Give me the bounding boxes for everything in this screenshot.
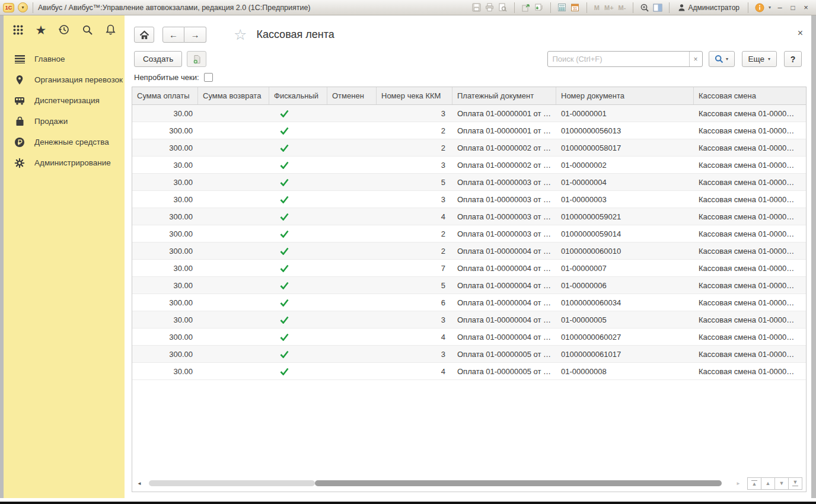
cell-payment-document: Оплата 01-00000004 от … xyxy=(452,311,556,328)
calendar-icon[interactable]: 31 xyxy=(569,2,582,14)
more-button[interactable]: Еще ▾ xyxy=(742,51,777,67)
table-row[interactable]: 300.00 2 Оплата 01-00000002 от … 0100000… xyxy=(132,139,806,157)
go-up-button[interactable]: ▲ xyxy=(761,477,775,490)
current-user[interactable]: Администратор xyxy=(674,4,743,12)
sidebar-item-cash-funds[interactable]: Денежные средства xyxy=(4,132,125,152)
chevron-down-icon[interactable]: ▾ xyxy=(766,5,773,10)
cell-kkm-number: 7 xyxy=(377,260,452,276)
sidebar-item-transport-organization[interactable]: Организация перевозок xyxy=(4,69,125,90)
table-row[interactable]: 300.00 4 Оплата 01-00000004 от … 0100000… xyxy=(132,328,806,346)
fiscal-check-icon xyxy=(280,196,289,203)
copy-document-button[interactable] xyxy=(187,51,206,67)
cell-refund-sum xyxy=(198,363,269,379)
fiscal-check-icon xyxy=(280,350,289,358)
table-row[interactable]: 30.00 7 Оплата 01-00000004 от … 01-00000… xyxy=(132,260,806,277)
go-first-button[interactable]: ▲ xyxy=(747,477,761,490)
table-row[interactable]: 30.00 3 Оплата 01-00000003 от … 01-00000… xyxy=(132,191,806,208)
fiscal-check-icon xyxy=(280,299,289,307)
minimize-button[interactable]: – xyxy=(773,2,786,14)
unreceipted-checks-checkbox[interactable] xyxy=(204,73,213,82)
column-header[interactable]: Номер документа xyxy=(556,87,694,104)
column-header[interactable]: Фискальный xyxy=(269,87,327,104)
main-menu-button[interactable]: ▾ xyxy=(18,2,28,12)
table-row[interactable]: 300.00 2 Оплата 01-00000003 от … 0100000… xyxy=(132,225,806,243)
forward-button[interactable]: → xyxy=(184,27,206,43)
notifications-bell-icon[interactable] xyxy=(102,21,119,38)
go-down-button[interactable]: ▼ xyxy=(774,477,789,490)
memory-add-button[interactable]: M+ xyxy=(602,4,616,11)
memory-recall-button[interactable]: M xyxy=(592,4,602,11)
cell-fiscal xyxy=(269,174,327,190)
sidebar-item-administration[interactable]: Администрирование xyxy=(4,152,125,173)
cell-payment-sum: 300.00 xyxy=(132,346,198,362)
column-header[interactable]: Номер чека ККМ xyxy=(377,87,452,104)
cell-document-number: 01-00000001 xyxy=(556,105,694,122)
calculator-icon[interactable] xyxy=(556,2,569,14)
print-preview-icon[interactable] xyxy=(496,2,509,14)
fiscal-check-icon xyxy=(280,264,289,272)
table-header: Сумма оплатыСумма возвратаФискальныйОтме… xyxy=(132,87,806,105)
table-row[interactable]: 300.00 3 Оплата 01-00000005 от … 0100000… xyxy=(132,346,806,363)
table-row[interactable]: 30.00 5 Оплата 01-00000003 от … 01-00000… xyxy=(132,174,806,191)
cell-payment-document: Оплата 01-00000004 от … xyxy=(452,328,556,345)
app-window: 1С ▾ Авибус / Авибус™:Управление автовок… xyxy=(0,0,816,502)
memory-subtract-button[interactable]: M- xyxy=(616,4,629,11)
print-icon[interactable] xyxy=(483,2,496,14)
shopping-bag-icon xyxy=(14,116,25,126)
sidebar-item-main[interactable]: Главное xyxy=(4,49,125,69)
zoom-icon[interactable] xyxy=(638,2,651,14)
form-close-icon[interactable]: × xyxy=(798,28,803,38)
cell-payment-sum: 30.00 xyxy=(132,174,198,190)
scrollbar-thumb[interactable] xyxy=(315,480,722,486)
upload-icon[interactable] xyxy=(519,2,533,14)
table-row[interactable]: 30.00 3 Оплата 01-00000004 от … 01-00000… xyxy=(132,311,806,328)
help-button[interactable]: ? xyxy=(784,51,802,67)
bus-icon xyxy=(14,96,25,106)
column-header[interactable]: Отменен xyxy=(327,87,377,104)
home-button[interactable] xyxy=(134,27,154,43)
gear-icon xyxy=(14,158,25,168)
cell-cash-shift: Кассовая смена 01-0000… xyxy=(694,311,806,328)
column-header[interactable]: Платежный документ xyxy=(452,87,556,104)
scroll-left-icon[interactable]: ◄ xyxy=(136,481,143,486)
search-icon[interactable] xyxy=(79,21,95,38)
close-button[interactable]: × xyxy=(799,2,812,14)
column-header[interactable]: Сумма оплаты xyxy=(132,87,198,104)
table-row[interactable]: 300.00 6 Оплата 01-00000004 от … 0100000… xyxy=(132,294,806,311)
table-row[interactable]: 300.00 4 Оплата 01-00000003 от … 0100000… xyxy=(132,208,806,225)
cell-payment-sum: 30.00 xyxy=(132,311,198,328)
copy-document-icon xyxy=(192,55,202,64)
cell-canceled xyxy=(327,294,377,311)
table-row[interactable]: 30.00 3 Оплата 01-00000001 от … 01-00000… xyxy=(132,105,806,122)
cell-fiscal xyxy=(269,363,327,379)
sections-grid-icon[interactable] xyxy=(9,21,26,38)
fiscal-check-icon xyxy=(280,316,289,324)
favorite-star-icon[interactable]: ☆ xyxy=(234,27,247,42)
table-row[interactable]: 300.00 2 Оплата 01-00000001 от … 0100000… xyxy=(132,122,806,139)
download-icon[interactable] xyxy=(533,2,546,14)
sidebar-item-sales[interactable]: Продажи xyxy=(4,111,125,132)
cell-payment-sum: 300.00 xyxy=(132,225,198,242)
favorites-icon[interactable]: ★ xyxy=(33,21,49,38)
maximize-button[interactable]: □ xyxy=(786,2,799,14)
column-header[interactable]: Сумма возврата xyxy=(198,87,269,104)
save-icon[interactable] xyxy=(470,2,483,14)
back-button[interactable]: ← xyxy=(162,27,184,43)
history-icon[interactable] xyxy=(56,21,72,38)
table-row[interactable]: 30.00 4 Оплата 01-00000005 от … 01-00000… xyxy=(132,363,806,380)
scroll-right-icon[interactable]: ► xyxy=(735,481,742,486)
search-button[interactable]: ▾ xyxy=(709,51,735,67)
sidebar-item-dispatching[interactable]: Диспетчеризация xyxy=(4,90,125,111)
info-icon[interactable] xyxy=(753,2,766,14)
search-clear-icon[interactable]: × xyxy=(689,52,702,66)
scrollbar-track[interactable] xyxy=(145,480,732,487)
table-row[interactable]: 30.00 5 Оплата 01-00000004 от … 01-00000… xyxy=(132,277,806,294)
column-header[interactable]: Кассовая смена xyxy=(694,87,806,104)
table-row[interactable]: 300.00 2 Оплата 01-00000004 от … 0100000… xyxy=(132,243,806,260)
search-input[interactable] xyxy=(548,52,689,66)
cell-payment-document: Оплата 01-00000004 от … xyxy=(452,260,556,276)
table-row[interactable]: 30.00 3 Оплата 01-00000002 от … 01-00000… xyxy=(132,157,806,174)
go-last-button[interactable]: ▼ xyxy=(788,477,802,490)
create-button[interactable]: Создать xyxy=(134,51,182,67)
split-view-icon[interactable] xyxy=(651,2,664,14)
